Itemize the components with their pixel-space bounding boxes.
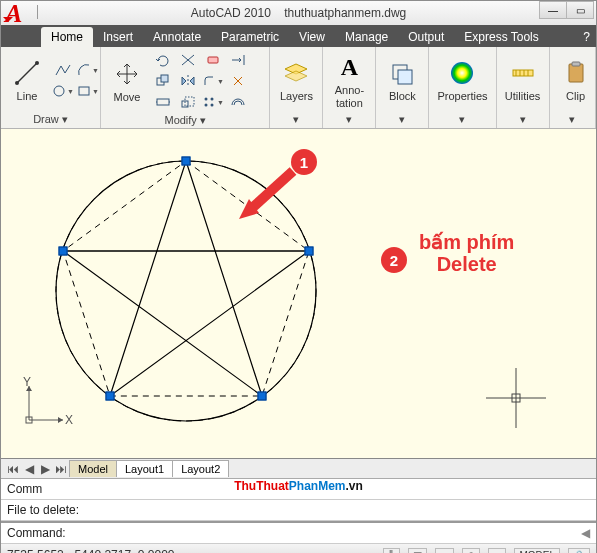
annotation-button[interactable]: A Anno- tation [329, 50, 369, 110]
status-lock-icon[interactable]: 🔒 [568, 548, 590, 554]
extend-icon[interactable] [226, 50, 250, 70]
ribbon-tab-strip: Home Insert Annotate Parametric View Man… [1, 25, 596, 47]
line-button[interactable]: Line [7, 56, 47, 104]
svg-rect-16 [398, 70, 412, 84]
ribbon: Line Draw ▾ Move [1, 47, 596, 129]
text-icon: A [334, 52, 364, 82]
tab-manage[interactable]: Manage [335, 27, 398, 47]
rotate-icon[interactable] [151, 50, 175, 70]
svg-text:X: X [65, 413, 73, 427]
grip[interactable] [258, 392, 267, 401]
panel-block: Block ▾ [376, 47, 429, 128]
coordinates-readout: 7535.5652, -5440.2717, 0.0000 [7, 548, 174, 553]
utilities-button[interactable]: Utilities [503, 56, 543, 104]
clipboard-button[interactable]: Clip [556, 56, 596, 104]
status-osnap-button[interactable]: ◻ [488, 548, 506, 554]
tab-model[interactable]: Model [69, 460, 117, 477]
explode-icon[interactable] [226, 71, 250, 91]
panel-layers-label[interactable]: ▾ [276, 111, 316, 128]
tab-insert[interactable]: Insert [93, 27, 143, 47]
erase-icon[interactable] [201, 50, 225, 70]
svg-rect-19 [569, 64, 583, 82]
svg-text:Y: Y [23, 375, 31, 389]
panel-draw-label[interactable]: Draw ▾ [7, 111, 94, 128]
status-ortho-button[interactable]: ∟ [435, 548, 455, 554]
tab-annotate[interactable]: Annotate [143, 27, 211, 47]
tab-output[interactable]: Output [398, 27, 454, 47]
scroll-left-icon[interactable]: ◀ [581, 526, 590, 540]
layout-next-icon[interactable]: ▶ [37, 462, 53, 476]
app-menu-button[interactable]: A [1, 1, 35, 35]
crosshair-cursor [486, 368, 546, 428]
drawing-area[interactable]: 1 2 bấm phím Delete YX [1, 129, 596, 459]
svg-rect-20 [572, 62, 580, 66]
svg-point-2 [35, 61, 39, 65]
panel-clipboard-label[interactable]: ▾ [556, 111, 589, 128]
clipboard-icon [561, 58, 591, 88]
scale-icon[interactable] [176, 92, 200, 112]
svg-point-1 [15, 81, 19, 85]
grip[interactable] [182, 157, 191, 166]
polyline-icon[interactable] [51, 60, 75, 80]
trim-icon[interactable] [176, 50, 200, 70]
callout-2: 2 [381, 247, 407, 273]
svg-point-12 [211, 98, 214, 101]
tab-layout1[interactable]: Layout1 [116, 460, 173, 477]
circle-icon[interactable] [51, 81, 75, 101]
mirror-icon[interactable] [176, 71, 200, 91]
status-polar-button[interactable]: ⊕ [462, 548, 480, 554]
properties-button[interactable]: Properties [435, 56, 489, 104]
block-button[interactable]: Block [382, 56, 422, 104]
grip[interactable] [106, 392, 115, 401]
panel-utilities-label[interactable]: ▾ [503, 111, 543, 128]
panel-properties-label[interactable]: ▾ [435, 111, 489, 128]
status-grid-button[interactable]: ▦ [408, 548, 427, 554]
status-model-button[interactable]: MODEL [514, 548, 560, 554]
layout-first-icon[interactable]: ⏮ [5, 462, 21, 476]
properties-icon [447, 58, 477, 88]
quick-access-toolbar[interactable] [37, 5, 47, 19]
watermark: ThuThuatPhanMem.vn [234, 471, 363, 495]
layers-icon [281, 58, 311, 88]
callout-text: bấm phím Delete [419, 231, 514, 275]
svg-rect-7 [161, 75, 168, 82]
copy-icon[interactable] [151, 71, 175, 91]
panel-annotation-label[interactable]: ▾ [329, 111, 369, 128]
grip[interactable] [305, 247, 314, 256]
svg-rect-5 [208, 57, 218, 63]
tab-view[interactable]: View [289, 27, 335, 47]
stretch-icon[interactable] [151, 92, 175, 112]
window-title: AutoCAD 2010 thuthuatphanmem.dwg [191, 6, 407, 20]
ribbon-help-button[interactable]: ? [577, 27, 596, 47]
tab-layout2[interactable]: Layout2 [172, 460, 229, 477]
tab-parametric[interactable]: Parametric [211, 27, 289, 47]
layout-prev-icon[interactable]: ◀ [21, 462, 37, 476]
panel-draw: Line Draw ▾ [1, 47, 101, 128]
ucs-icon: YX [21, 378, 71, 428]
panel-annotation: A Anno- tation ▾ [323, 47, 376, 128]
svg-rect-8 [157, 99, 169, 105]
fillet-icon[interactable] [201, 71, 225, 91]
grip[interactable] [59, 247, 68, 256]
array-icon[interactable] [201, 92, 225, 112]
panel-block-label[interactable]: ▾ [382, 111, 422, 128]
tab-home[interactable]: Home [41, 27, 93, 47]
panel-properties: Properties ▾ [429, 47, 496, 128]
layers-button[interactable]: Layers [276, 56, 316, 104]
offset-icon[interactable] [226, 92, 250, 112]
layout-last-icon[interactable]: ⏭ [53, 462, 69, 476]
move-button[interactable]: Move [107, 57, 147, 105]
maximize-button[interactable]: ▭ [566, 1, 594, 19]
svg-point-13 [205, 104, 208, 107]
panel-clipboard: Clip ▾ [550, 47, 596, 128]
minimize-button[interactable]: — [539, 1, 567, 19]
panel-layers: Layers ▾ [270, 47, 323, 128]
line-icon [12, 58, 42, 88]
arc-icon[interactable] [76, 60, 100, 80]
command-input[interactable]: Command:◀ [1, 521, 596, 544]
status-snap-button[interactable]: ╬ [383, 548, 400, 554]
rectangle-icon[interactable] [76, 81, 100, 101]
svg-point-17 [451, 62, 473, 84]
panel-modify-label[interactable]: Modify ▾ [107, 112, 263, 129]
tab-express[interactable]: Express Tools [454, 27, 548, 47]
